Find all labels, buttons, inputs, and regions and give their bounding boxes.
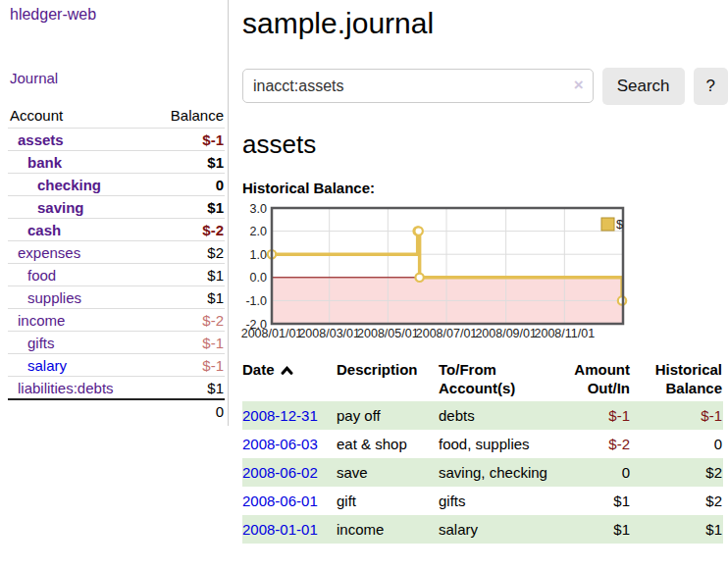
transaction-balance: 0 <box>631 430 723 458</box>
account-link-cash[interactable]: cash <box>27 222 61 238</box>
transaction-accounts: saving, checking <box>439 458 554 487</box>
transaction-description: eat & shop <box>337 430 439 458</box>
transaction-amount: $-2 <box>554 430 631 458</box>
account-row: liabilities:debts $1 <box>8 377 225 400</box>
sort-ascending-icon <box>281 361 293 381</box>
register-header-amount: AmountOut/In <box>554 357 631 401</box>
svg-text:1.0: 1.0 <box>250 247 267 261</box>
transaction-description: save <box>337 458 439 487</box>
account-row: gifts $-1 <box>8 332 225 354</box>
accounts-total-balance: 0 <box>149 399 225 422</box>
account-link-bank[interactable]: bank <box>27 154 62 171</box>
transaction-description: gift <box>337 487 439 515</box>
account-row: expenses $2 <box>8 241 225 264</box>
transaction-balance: $2 <box>631 458 723 487</box>
account-link-income[interactable]: income <box>18 312 65 329</box>
account-row: income $-2 <box>8 309 225 332</box>
register-row: 2008-06-03 eat & shop food, supplies $-2… <box>242 430 723 458</box>
account-row: saving $1 <box>8 196 225 219</box>
register-header-tofrom: To/FromAccount(s) <box>439 357 554 401</box>
main-panel: sample.journal × Search ? assets Histori… <box>242 0 728 544</box>
transaction-date-link[interactable]: 2008-06-01 <box>242 493 318 509</box>
account-balance: $-1 <box>149 129 225 151</box>
register-row: 2008-06-01 gift gifts $1 $2 <box>242 487 723 515</box>
account-row: supplies $1 <box>8 286 225 309</box>
account-balance: 0 <box>149 174 225 196</box>
chart-heading: Historical Balance: <box>242 180 728 196</box>
transaction-amount: 0 <box>554 458 631 487</box>
transaction-date-link[interactable]: 2008-06-02 <box>242 464 318 481</box>
transaction-accounts: salary <box>439 515 554 544</box>
account-link-salary[interactable]: salary <box>27 357 67 374</box>
transaction-amount: $1 <box>554 487 631 515</box>
help-button[interactable]: ? <box>694 68 728 105</box>
svg-text:2008/05/01: 2008/05/01 <box>357 327 419 340</box>
account-row: salary $-1 <box>8 354 225 377</box>
search-input[interactable] <box>242 69 594 103</box>
accounts-total-row: 0 <box>8 399 225 422</box>
svg-text:2.0: 2.0 <box>250 225 267 238</box>
search-form: × Search ? <box>242 68 728 105</box>
account-row: bank $1 <box>8 151 225 174</box>
app-brand-link[interactable]: hledger-web <box>10 6 96 24</box>
accounts-header-balance: Balance <box>149 104 225 129</box>
account-link-gifts[interactable]: gifts <box>27 335 55 351</box>
register-header-row: Date Description To/FromAccount(s) Amoun… <box>242 357 723 401</box>
accounts-header-account: Account <box>8 104 149 129</box>
account-link-saving[interactable]: saving <box>37 199 84 216</box>
register-row: 2008-12-31 pay off debts $-1 $-1 <box>242 401 723 430</box>
account-link-food[interactable]: food <box>27 267 56 284</box>
transaction-date-link[interactable]: 2008-06-03 <box>242 436 318 452</box>
transaction-date-link[interactable]: 2008-12-31 <box>242 407 318 424</box>
account-balance: $-1 <box>149 354 225 377</box>
transaction-amount: $1 <box>554 515 631 544</box>
account-row: checking 0 <box>8 174 225 196</box>
register-row: 2008-06-02 save saving, checking 0 $2 <box>242 458 723 487</box>
transaction-accounts: debts <box>439 401 554 430</box>
nav-journal-link[interactable]: Journal <box>10 70 58 86</box>
accounts-table: Account Balance assets $-1 bank $1 check… <box>8 104 225 422</box>
clear-search-icon[interactable]: × <box>574 76 584 95</box>
register-header-date[interactable]: Date <box>242 357 337 401</box>
search-button[interactable]: Search <box>602 68 685 105</box>
transaction-date-link[interactable]: 2008-01-01 <box>242 521 318 538</box>
page-title: sample.journal <box>242 7 728 41</box>
account-balance: $1 <box>149 151 225 174</box>
account-balance: $-2 <box>149 309 225 332</box>
account-balance: $2 <box>149 241 225 264</box>
svg-text:$: $ <box>616 217 624 232</box>
register-header-description: Description <box>337 357 439 401</box>
svg-text:-1.0: -1.0 <box>245 293 267 307</box>
svg-text:2008/11/01: 2008/11/01 <box>535 327 596 340</box>
account-link-assets[interactable]: assets <box>18 131 64 148</box>
account-balance: $1 <box>149 196 225 219</box>
account-balance: $1 <box>149 377 225 400</box>
transaction-description: pay off <box>337 401 439 430</box>
transaction-balance: $1 <box>631 515 723 544</box>
account-link-liabilities-debts[interactable]: liabilities:debts <box>18 380 114 396</box>
account-row: cash $-2 <box>8 219 225 241</box>
account-heading: assets <box>242 130 728 160</box>
account-balance: $1 <box>149 286 225 309</box>
historical-balance-chart: $3.02.01.00.0-1.0-2.02008/01/012008/03/0… <box>242 202 637 343</box>
transaction-balance: $-1 <box>631 401 723 430</box>
account-link-expenses[interactable]: expenses <box>18 244 80 261</box>
register-row: 2008-01-01 income salary $1 $1 <box>242 515 723 544</box>
account-balance: $1 <box>149 264 225 286</box>
transaction-amount: $-1 <box>554 401 631 430</box>
transaction-accounts: gifts <box>439 487 554 515</box>
svg-text:3.0: 3.0 <box>250 201 267 215</box>
register-header-balance: HistoricalBalance <box>631 357 723 401</box>
transaction-balance: $2 <box>631 487 723 515</box>
svg-text:2008/07/01: 2008/07/01 <box>416 327 478 340</box>
account-link-checking[interactable]: checking <box>37 177 101 193</box>
account-balance: $-2 <box>149 219 225 241</box>
account-link-supplies[interactable]: supplies <box>27 289 81 306</box>
transaction-accounts: food, supplies <box>439 430 554 458</box>
account-row: assets $-1 <box>8 129 225 151</box>
svg-text:0.0: 0.0 <box>250 271 267 285</box>
svg-text:2008/09/01: 2008/09/01 <box>475 327 537 340</box>
svg-text:2008/01/01: 2008/01/01 <box>241 327 303 340</box>
svg-text:2008/03/01: 2008/03/01 <box>298 327 360 340</box>
sidebar: hledger-web Journal Account Balance asse… <box>0 0 229 426</box>
